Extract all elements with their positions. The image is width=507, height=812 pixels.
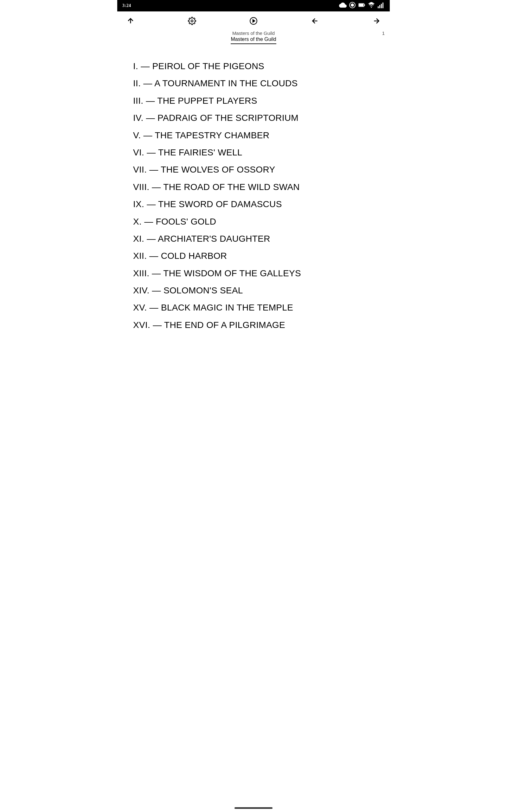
toc-content: I. — PEIROL OF THE PIGEONSII. — A TOURNA… bbox=[117, 48, 390, 362]
toc-item[interactable]: VIII. — THE ROAD OF THE WILD SWAN bbox=[133, 182, 374, 193]
up-button[interactable] bbox=[125, 15, 136, 27]
forward-button[interactable] bbox=[371, 15, 382, 27]
page-number: 1 bbox=[382, 31, 385, 36]
toc-item[interactable]: I. — PEIROL OF THE PIGEONS bbox=[133, 61, 374, 72]
toc-item[interactable]: VI. — THE FAIRIES' WELL bbox=[133, 147, 374, 158]
cloud-icon bbox=[339, 1, 347, 10]
status-icons bbox=[339, 1, 385, 10]
status-bar: 3:24 bbox=[117, 0, 390, 11]
svg-marker-12 bbox=[253, 20, 255, 22]
signal-icon bbox=[377, 1, 385, 10]
svg-rect-7 bbox=[379, 5, 380, 8]
toc-item[interactable]: XIV. — SOLOMON'S SEAL bbox=[133, 285, 374, 296]
svg-point-1 bbox=[351, 3, 354, 7]
play-button[interactable] bbox=[248, 15, 259, 27]
settings-button[interactable] bbox=[186, 15, 198, 27]
svg-point-10 bbox=[191, 20, 193, 22]
status-time: 3:24 bbox=[122, 3, 131, 8]
svg-rect-9 bbox=[383, 3, 383, 8]
svg-rect-4 bbox=[364, 4, 365, 6]
toc-item[interactable]: XVI. — THE END OF A PILGRIMAGE bbox=[133, 319, 374, 331]
svg-point-5 bbox=[371, 7, 372, 8]
toc-item[interactable]: XI. — ARCHIATER'S DAUGHTER bbox=[133, 233, 374, 245]
toc-item[interactable]: II. — A TOURNAMENT IN THE CLOUDS bbox=[133, 78, 374, 89]
circle-icon bbox=[349, 1, 356, 10]
svg-rect-8 bbox=[381, 4, 382, 8]
toc-item[interactable]: III. — THE PUPPET PLAYERS bbox=[133, 95, 374, 107]
header-title-area: 1 Masters of the Guild Masters of the Gu… bbox=[117, 31, 390, 48]
svg-rect-3 bbox=[359, 4, 363, 6]
toc-item[interactable]: XII. — COLD HARBOR bbox=[133, 250, 374, 262]
battery-icon bbox=[358, 1, 366, 10]
toolbar bbox=[117, 11, 390, 31]
back-button[interactable] bbox=[309, 15, 321, 27]
wifi-icon bbox=[368, 1, 375, 10]
toc-item[interactable]: VII. — THE WOLVES OF OSSORY bbox=[133, 164, 374, 175]
toc-item[interactable]: X. — FOOLS' GOLD bbox=[133, 216, 374, 227]
header-main-title: Masters of the Guild bbox=[231, 37, 276, 44]
toc-item[interactable]: IV. — PADRAIG OF THE SCRIPTORIUM bbox=[133, 112, 374, 124]
toc-item[interactable]: IX. — THE SWORD OF DAMASCUS bbox=[133, 199, 374, 210]
svg-rect-6 bbox=[378, 6, 379, 8]
toc-item[interactable]: XIII. — THE WISDOM OF THE GALLEYS bbox=[133, 268, 374, 279]
header-subtitle: Masters of the Guild bbox=[232, 31, 275, 36]
toc-item[interactable]: XV. — BLACK MAGIC IN THE TEMPLE bbox=[133, 302, 374, 313]
toc-item[interactable]: V. — THE TAPESTRY CHAMBER bbox=[133, 130, 374, 141]
